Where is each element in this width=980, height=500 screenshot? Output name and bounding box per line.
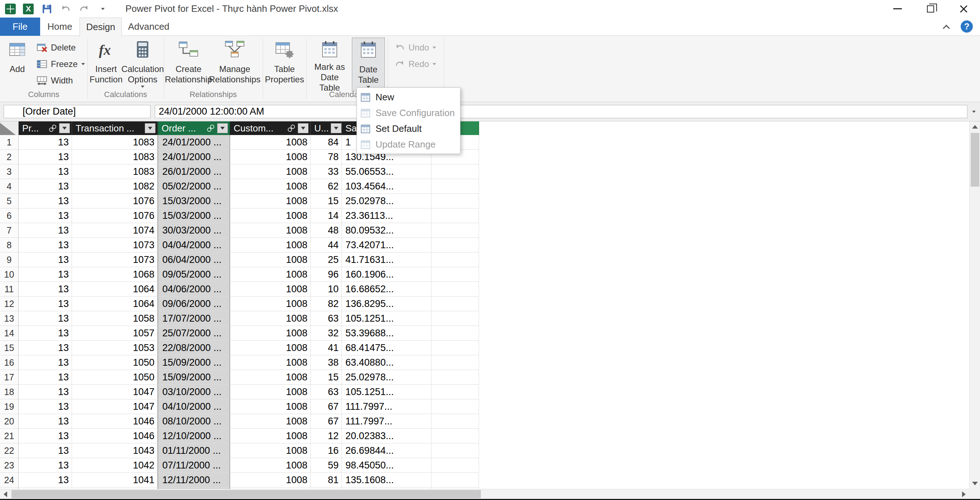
cell-units[interactable]: 12 xyxy=(311,429,342,443)
column-header-customer[interactable]: Custom... xyxy=(230,121,311,135)
cell-product[interactable]: 13 xyxy=(19,282,72,297)
cell-units[interactable]: 63 xyxy=(311,311,342,326)
cell-sales[interactable]: 105.1251... xyxy=(342,311,431,326)
cell-product[interactable]: 13 xyxy=(19,429,72,443)
cell-order-date[interactable]: 15/09/2000 ... xyxy=(158,355,230,370)
cell-transaction[interactable]: 1047 xyxy=(72,385,158,399)
cell-transaction[interactable]: 1076 xyxy=(72,194,158,208)
redo-button[interactable]: Redo xyxy=(395,57,436,71)
cell-sales[interactable]: 68.41475... xyxy=(342,341,431,355)
cell-sales[interactable]: 26.69844... xyxy=(342,443,431,458)
cell-order-date[interactable]: 12/11/2000 ... xyxy=(158,473,230,487)
cell-add-column[interactable] xyxy=(431,282,479,297)
cell-product[interactable]: 13 xyxy=(19,150,72,164)
cell-customer[interactable]: 1008 xyxy=(230,252,311,267)
cell-transaction[interactable]: 1083 xyxy=(72,135,158,150)
help-button[interactable]: ? xyxy=(961,21,973,33)
scroll-right-button[interactable] xyxy=(958,489,969,499)
cell-sales[interactable]: 111.7997... xyxy=(342,399,431,414)
cell-order-date[interactable]: 12/10/2000 ... xyxy=(158,429,230,443)
cell-add-column[interactable] xyxy=(431,179,479,194)
cell-product[interactable]: 13 xyxy=(19,238,72,252)
cell-units[interactable]: 59 xyxy=(311,458,342,473)
cell-customer[interactable]: 1008 xyxy=(230,370,311,385)
cell-transaction[interactable]: 1058 xyxy=(72,311,158,326)
date-table-button[interactable]: Date Table xyxy=(352,38,385,91)
cell-transaction[interactable]: 1074 xyxy=(72,223,158,238)
row-number[interactable]: 12 xyxy=(0,297,19,311)
tab-home[interactable]: Home xyxy=(40,17,80,36)
column-header-product[interactable]: Pr... xyxy=(19,121,72,135)
cell-units[interactable]: 15 xyxy=(311,194,342,208)
table-properties-button[interactable]: Table Properties xyxy=(266,38,303,91)
cell-sales[interactable]: 53.39688... xyxy=(342,326,431,341)
cell-order-date[interactable]: 07/11/2000 ... xyxy=(158,458,230,473)
cell-product[interactable]: 13 xyxy=(19,164,72,179)
cell-sales[interactable]: 25.02978... xyxy=(342,370,431,385)
row-number[interactable]: 19 xyxy=(0,399,19,414)
cell-product[interactable]: 13 xyxy=(19,135,72,150)
create-relationship-button[interactable]: Create Relationship xyxy=(167,38,210,91)
cell-transaction[interactable]: 1041 xyxy=(72,473,158,487)
cell-product[interactable]: 13 xyxy=(19,208,72,223)
cell-customer[interactable]: 1008 xyxy=(230,179,311,194)
cell-customer[interactable]: 1008 xyxy=(230,326,311,341)
filter-button[interactable] xyxy=(59,123,70,133)
cell-add-column[interactable] xyxy=(431,164,479,179)
cell-customer[interactable]: 1008 xyxy=(230,164,311,179)
cell-transaction[interactable]: 1050 xyxy=(72,355,158,370)
row-number[interactable]: 4 xyxy=(0,179,19,194)
row-number[interactable]: 2 xyxy=(0,150,19,164)
cell-units[interactable]: 16 xyxy=(311,443,342,458)
cell-sales[interactable]: 103.4564... xyxy=(342,179,431,194)
row-number[interactable]: 8 xyxy=(0,238,19,252)
cell-product[interactable]: 13 xyxy=(19,297,72,311)
cell-add-column[interactable] xyxy=(431,341,479,355)
column-header-units[interactable]: U... xyxy=(311,121,342,135)
cell-customer[interactable]: 1008 xyxy=(230,223,311,238)
add-column-button[interactable]: Add xyxy=(3,38,32,91)
menu-item-save-configuration[interactable]: Save Configuration xyxy=(357,105,460,121)
cell-add-column[interactable] xyxy=(431,194,479,208)
cell-sales[interactable]: 73.42071... xyxy=(342,238,431,252)
cell-add-column[interactable] xyxy=(431,223,479,238)
row-number[interactable]: 5 xyxy=(0,194,19,208)
qat-customize-button[interactable] xyxy=(97,3,109,15)
tab-advanced[interactable]: Advanced xyxy=(122,17,176,36)
cell-units[interactable]: 84 xyxy=(311,135,342,150)
row-number[interactable]: 23 xyxy=(0,458,19,473)
cell-customer[interactable]: 1008 xyxy=(230,414,311,429)
select-all-corner[interactable] xyxy=(0,121,19,135)
cell-sales[interactable]: 55.06553... xyxy=(342,164,431,179)
cell-units[interactable]: 44 xyxy=(311,238,342,252)
cell-order-date[interactable]: 15/03/2000 ... xyxy=(158,208,230,223)
cell-transaction[interactable]: 1076 xyxy=(72,208,158,223)
cell-customer[interactable]: 1008 xyxy=(230,267,311,282)
cell-order-date[interactable]: 25/07/2000 ... xyxy=(158,326,230,341)
cell-units[interactable]: 14 xyxy=(311,208,342,223)
cell-product[interactable]: 13 xyxy=(19,414,72,429)
cell-sales[interactable]: 160.1906... xyxy=(342,267,431,282)
cell-product[interactable]: 13 xyxy=(19,443,72,458)
cell-add-column[interactable] xyxy=(431,252,479,267)
horizontal-scrollbar[interactable] xyxy=(0,489,969,499)
cell-units[interactable]: 62 xyxy=(311,179,342,194)
row-number[interactable]: 3 xyxy=(0,164,19,179)
cell-transaction[interactable]: 1073 xyxy=(72,238,158,252)
cell-sales[interactable]: 105.1251... xyxy=(342,385,431,399)
filter-button[interactable] xyxy=(298,123,309,133)
formula-bar-expand-button[interactable] xyxy=(969,106,979,117)
close-button[interactable] xyxy=(947,0,980,17)
filter-button[interactable] xyxy=(217,123,228,133)
cell-transaction[interactable]: 1082 xyxy=(72,179,158,194)
cell-order-date[interactable]: 09/05/2000 ... xyxy=(158,267,230,282)
cell-units[interactable]: 67 xyxy=(311,399,342,414)
cell-add-column[interactable] xyxy=(431,473,479,487)
cell-units[interactable]: 48 xyxy=(311,223,342,238)
cell-order-date[interactable]: 06/04/2000 ... xyxy=(158,252,230,267)
cell-units[interactable]: 15 xyxy=(311,370,342,385)
cell-sales[interactable]: 80.09532... xyxy=(342,223,431,238)
cell-add-column[interactable] xyxy=(431,355,479,370)
filter-button[interactable] xyxy=(145,123,156,133)
cell-units[interactable]: 67 xyxy=(311,414,342,429)
